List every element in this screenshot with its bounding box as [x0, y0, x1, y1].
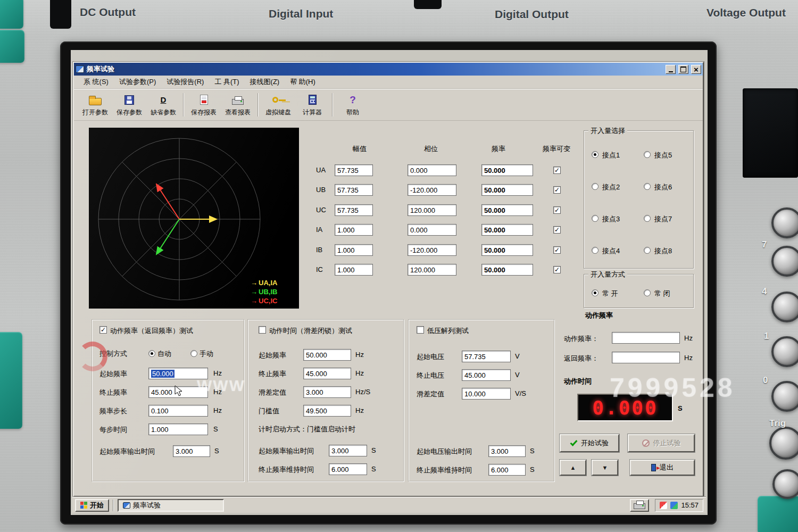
frequency-input[interactable]: 50.000 — [481, 184, 533, 196]
virtual-keyboard-button[interactable]: 虚拟键盘 — [261, 91, 295, 119]
start-voltage-input[interactable]: 57.735 — [462, 351, 511, 362]
step-up-button[interactable]: ▲ — [560, 460, 586, 476]
freq-variable-checkbox[interactable]: ✓ — [553, 246, 561, 254]
end-voltage-input[interactable]: 45.000 — [462, 369, 511, 381]
save-params-button[interactable]: 保存参数 — [112, 91, 146, 119]
end-frequency-input[interactable]: 45.000 — [148, 386, 208, 398]
tray-input-method-icon[interactable] — [660, 502, 667, 509]
radio-contact-8[interactable] — [644, 247, 651, 254]
phase-input[interactable]: 0.000 — [408, 164, 456, 176]
end-freq-hold-time-input[interactable]: 6.000 — [329, 463, 367, 475]
menu-wiring-diagram[interactable]: 接线图(Z) — [245, 76, 285, 88]
start-menu-button[interactable]: 开始 — [75, 499, 109, 512]
amplitude-input[interactable]: 57.735 — [335, 164, 373, 176]
device-trim — [758, 496, 798, 532]
action-time-checkbox[interactable] — [259, 326, 266, 334]
rotary-knob[interactable] — [772, 469, 798, 499]
amplitude-input[interactable]: 57.735 — [335, 204, 373, 216]
freq-variable-checkbox[interactable]: ✓ — [553, 266, 561, 273]
threshold-input[interactable]: 49.500 — [303, 405, 351, 417]
tray-status-icon[interactable] — [670, 502, 678, 509]
radio-contact-3[interactable] — [592, 215, 598, 222]
default-params-button[interactable]: D 缺省参数 — [146, 91, 180, 119]
amplitude-input[interactable]: 1.000 — [335, 224, 373, 236]
menu-system[interactable]: 系 统(S) — [78, 76, 114, 88]
key-button-0[interactable] — [771, 381, 798, 412]
menu-test-params[interactable]: 试验参数(P) — [114, 76, 161, 88]
start-frequency-input[interactable]: 50.000 — [303, 349, 351, 361]
key-button-7[interactable] — [771, 246, 798, 277]
slip-setting-input[interactable]: 3.000 — [303, 386, 351, 398]
radio-contact-7[interactable] — [644, 215, 651, 222]
start-freq-output-time-input[interactable]: 3.000 — [173, 445, 210, 457]
step-down-button[interactable]: ▼ — [592, 460, 618, 476]
amplitude-input[interactable]: 57.735 — [335, 184, 373, 196]
menu-test-report[interactable]: 试验报告(R) — [161, 76, 209, 88]
radio-contact-2[interactable] — [592, 183, 598, 190]
radio-contact-6[interactable] — [644, 183, 651, 190]
open-params-button[interactable]: 打开参数 — [78, 91, 112, 119]
menu-help[interactable]: 帮 助(H) — [285, 76, 321, 88]
radio-manual[interactable] — [190, 350, 197, 357]
radio-contact-4[interactable] — [592, 247, 598, 254]
key-label-1: 1 — [764, 331, 769, 342]
freq-variable-checkbox[interactable]: ✓ — [553, 206, 561, 214]
calculator-button[interactable]: 计算器 — [295, 91, 329, 119]
action-frequency-result-input[interactable] — [612, 332, 680, 344]
amplitude-input[interactable]: 1.000 — [335, 264, 373, 276]
freq-variable-checkbox[interactable]: ✓ — [553, 186, 561, 194]
freq-variable-checkbox[interactable]: ✓ — [553, 167, 561, 174]
key-button-1[interactable] — [771, 336, 798, 367]
frequency-input[interactable]: 50.000 — [481, 264, 533, 276]
rotary-knob[interactable] — [771, 207, 798, 238]
field-unit: S — [371, 446, 376, 454]
radio-label-manual: 手动 — [200, 349, 213, 359]
step-time-input[interactable]: 1.000 — [148, 423, 208, 435]
frequency-step-input[interactable]: 0.100 — [148, 405, 208, 417]
amplitude-input[interactable]: 1.000 — [335, 244, 373, 256]
minimize-button[interactable] — [666, 65, 676, 74]
view-report-button[interactable]: 查看报表 — [221, 91, 255, 119]
window-title: 频率试验 — [87, 64, 663, 74]
field-label: 频率步长 — [99, 406, 127, 416]
phase-input[interactable]: 120.000 — [408, 264, 456, 276]
start-frequency-input[interactable]: 50.000 — [148, 368, 208, 379]
phase-input[interactable]: 120.000 — [408, 204, 456, 216]
start-freq-output-time-input[interactable]: 3.000 — [329, 445, 367, 456]
close-button[interactable] — [691, 65, 701, 74]
frequency-input[interactable]: 50.000 — [481, 204, 533, 216]
slip-setting-input[interactable]: 10.000 — [462, 388, 511, 400]
start-test-button[interactable]: 开始试验 — [560, 434, 619, 452]
maximize-button[interactable] — [678, 65, 688, 74]
phase-input[interactable]: -120.000 — [408, 184, 456, 196]
frequency-input[interactable]: 50.000 — [481, 244, 533, 256]
start-voltage-output-time-input[interactable]: 3.000 — [488, 445, 526, 457]
exit-button[interactable]: 退出 — [630, 460, 695, 476]
save-report-button[interactable]: 保存报表 — [187, 91, 221, 119]
radio-auto[interactable] — [148, 350, 155, 357]
help-button[interactable]: ? 帮助 — [336, 91, 370, 119]
end-frequency-input[interactable]: 45.000 — [303, 368, 351, 379]
print-status-button[interactable] — [630, 499, 649, 512]
app-icon — [123, 502, 130, 509]
menu-tools[interactable]: 工 具(T) — [209, 76, 244, 88]
toolbar: 打开参数 保存参数 D 缺省参数 保存报表 — [74, 89, 703, 121]
freq-variable-checkbox[interactable]: ✓ — [553, 226, 561, 234]
frequency-input[interactable]: 50.000 — [481, 224, 533, 236]
radio-normally-closed[interactable] — [644, 289, 651, 296]
frequency-input[interactable]: 50.000 — [481, 164, 533, 176]
key-button-4[interactable] — [771, 292, 798, 322]
phase-input[interactable]: 0.000 — [408, 224, 456, 236]
phase-input[interactable]: -120.000 — [408, 244, 456, 256]
action-frequency-checkbox[interactable]: ✓ — [99, 326, 107, 334]
end-freq-hold-time-input[interactable]: 6.000 — [488, 464, 526, 476]
low-voltage-checkbox[interactable] — [417, 326, 424, 334]
stop-test-button[interactable]: 停止试验 — [628, 434, 695, 452]
radio-normally-open[interactable] — [592, 289, 598, 296]
return-frequency-result-input[interactable] — [612, 352, 680, 363]
aux-display — [743, 88, 798, 178]
radio-contact-1[interactable] — [592, 151, 598, 158]
radio-contact-5[interactable] — [644, 151, 651, 158]
key-button-trig[interactable] — [769, 427, 798, 460]
task-button-frequency-test[interactable]: 频率试验 — [118, 499, 224, 512]
